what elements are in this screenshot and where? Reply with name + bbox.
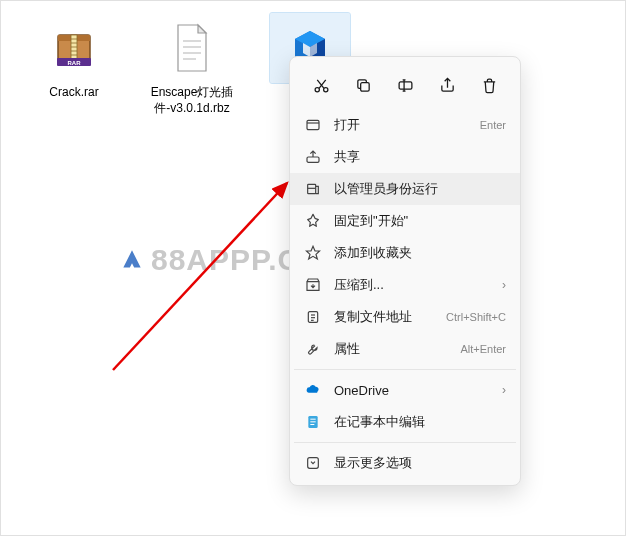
svg-marker-23	[306, 246, 319, 259]
desktop-area: RAR Crack.rar Enscape灯光插件-v3.0.1d.rbz	[1, 1, 625, 535]
rename-button[interactable]	[387, 69, 423, 101]
chevron-right-icon: ›	[502, 278, 506, 292]
svg-rect-19	[399, 81, 412, 88]
copy-path-icon	[304, 308, 322, 326]
archive-icon	[304, 276, 322, 294]
menu-item-properties[interactable]: 属性 Alt+Enter	[290, 333, 520, 365]
pin-icon	[304, 212, 322, 230]
file-label: Crack.rar	[49, 85, 98, 101]
star-icon	[304, 244, 322, 262]
menu-item-show-more-options[interactable]: 显示更多选项	[290, 447, 520, 479]
document-icon	[152, 13, 232, 83]
svg-rect-18	[360, 82, 369, 91]
chevron-right-icon: ›	[502, 383, 506, 397]
wrench-icon	[304, 340, 322, 358]
watermark-logo-icon	[119, 247, 145, 273]
menu-toolbar	[290, 63, 520, 109]
copy-button[interactable]	[345, 69, 381, 101]
share-icon	[304, 148, 322, 166]
svg-text:RAR: RAR	[68, 60, 82, 66]
menu-item-add-to-favorites[interactable]: 添加到收藏夹	[290, 237, 520, 269]
menu-divider	[294, 442, 516, 443]
menu-item-onedrive[interactable]: OneDrive ›	[290, 374, 520, 406]
menu-item-run-as-admin[interactable]: 以管理员身份运行	[290, 173, 520, 205]
menu-item-edit-in-notepad[interactable]: 在记事本中编辑	[290, 406, 520, 438]
open-icon	[304, 116, 322, 134]
svg-rect-20	[307, 120, 319, 129]
share-button[interactable]	[429, 69, 465, 101]
menu-item-compress[interactable]: 压缩到... ›	[290, 269, 520, 301]
delete-button[interactable]	[471, 69, 507, 101]
cut-button[interactable]	[303, 69, 339, 101]
svg-rect-31	[310, 424, 314, 425]
menu-divider	[294, 369, 516, 370]
notepad-icon	[304, 413, 322, 431]
onedrive-icon	[304, 381, 322, 399]
svg-rect-22	[308, 184, 316, 193]
svg-rect-29	[310, 419, 315, 420]
menu-item-pin-to-start[interactable]: 固定到"开始"	[290, 205, 520, 237]
file-item-enscape-plugin[interactable]: Enscape灯光插件-v3.0.1d.rbz	[147, 13, 237, 116]
file-item-crack-rar[interactable]: RAR Crack.rar	[29, 13, 119, 116]
svg-rect-30	[310, 421, 315, 422]
svg-rect-21	[307, 157, 319, 162]
svg-point-16	[315, 87, 319, 91]
menu-item-share[interactable]: 共享	[290, 141, 520, 173]
more-options-icon	[304, 454, 322, 472]
file-label: Enscape灯光插件-v3.0.1d.rbz	[148, 85, 236, 116]
context-menu: 打开 Enter 共享 以管理员身份运行 固定到"开始" 添加到收藏	[289, 56, 521, 486]
menu-item-open[interactable]: 打开 Enter	[290, 109, 520, 141]
svg-point-17	[323, 87, 327, 91]
menu-item-copy-path[interactable]: 复制文件地址 Ctrl+Shift+C	[290, 301, 520, 333]
shield-icon	[304, 180, 322, 198]
rar-icon: RAR	[34, 13, 114, 83]
